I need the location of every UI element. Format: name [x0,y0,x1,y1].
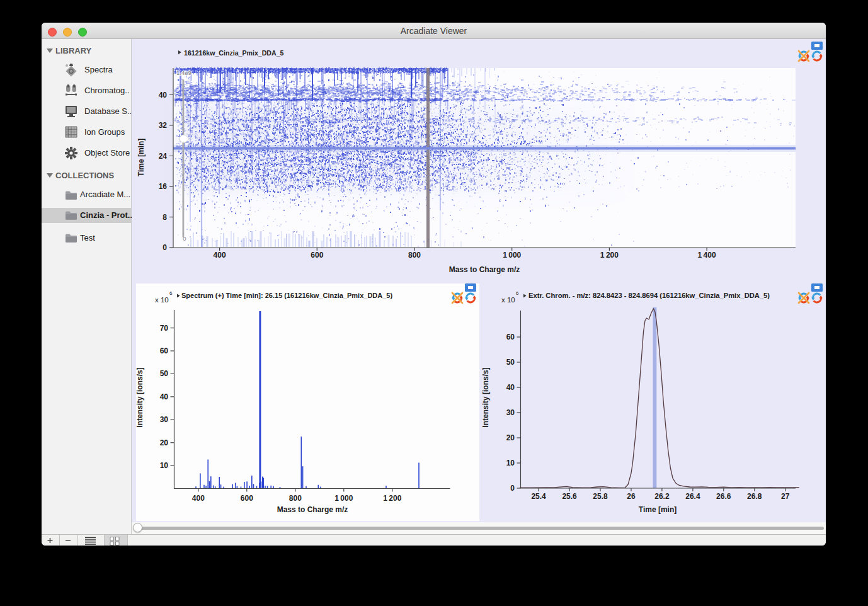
svg-text:26.2: 26.2 [654,492,670,501]
svg-text:26: 26 [627,492,636,501]
svg-text:0: 0 [510,484,515,493]
svg-text:25.6: 25.6 [562,492,577,501]
svg-text:25.8: 25.8 [593,492,608,501]
svg-text:60: 60 [506,333,515,341]
svg-text:10: 10 [506,459,515,467]
svg-text:26.6: 26.6 [716,492,731,501]
svg-text:Time [min]: Time [min] [639,505,677,514]
svg-text:400: 400 [214,251,226,260]
svg-text:Intensity [ions/s]: Intensity [ions/s] [135,367,144,427]
svg-text:Mass to Charge m/z: Mass to Charge m/z [277,505,348,514]
svg-text:1 000: 1 000 [503,251,521,260]
svg-text:20: 20 [506,433,515,442]
svg-text:1 000: 1 000 [334,494,353,503]
svg-text:600: 600 [311,251,323,260]
svg-text:16: 16 [159,182,168,191]
svg-text:40: 40 [506,383,515,392]
svg-text:30: 30 [506,408,515,417]
svg-text:50: 50 [160,369,169,378]
svg-text:0: 0 [163,243,167,252]
svg-text:50: 50 [506,358,515,367]
svg-text:32: 32 [159,121,168,130]
svg-text:x 10: x 10 [501,296,515,304]
svg-text:1 200: 1 200 [600,251,619,260]
svg-text:60: 60 [160,346,169,355]
svg-text:Extr. Chrom. - m/z: 824.8423 -: Extr. Chrom. - m/z: 824.8423 - 824.8694 … [528,292,770,299]
svg-text:26.8: 26.8 [747,492,762,501]
svg-text:800: 800 [408,251,421,260]
svg-text:1 400: 1 400 [698,251,716,260]
svg-text:0: 0 [183,235,186,242]
svg-text:x 10: x 10 [155,296,169,304]
svg-text:20: 20 [160,438,169,447]
svg-text:30: 30 [160,415,169,424]
svg-text:Intensity [ions/s]: Intensity [ions/s] [481,367,490,427]
svg-text:600: 600 [241,494,253,503]
svg-text:70: 70 [160,324,169,333]
svg-text:25.4: 25.4 [531,492,546,501]
svg-text:6: 6 [516,290,519,296]
svg-text:400: 400 [192,494,205,503]
svg-text:40: 40 [160,392,169,401]
svg-text:26.4: 26.4 [685,492,700,501]
svg-text:1.4e9: 1.4e9 [176,69,191,76]
svg-text:10: 10 [160,461,169,470]
svg-text:800: 800 [289,494,302,503]
svg-text:24: 24 [159,152,168,161]
svg-text:8: 8 [163,213,167,222]
svg-text:Spectrum (+) Time [min]: 26.15: Spectrum (+) Time [min]: 26.15 (161216kw… [181,292,392,299]
svg-text:Time [min]: Time [min] [137,139,146,176]
svg-text:6: 6 [169,290,173,296]
svg-text:1 200: 1 200 [383,494,401,503]
svg-text:40: 40 [159,91,168,100]
svg-text:161216kw_Cinzia_Pmix_DDA_5: 161216kw_Cinzia_Pmix_DDA_5 [184,49,284,57]
svg-text:27: 27 [781,492,790,501]
svg-text:Mass to Charge m/z: Mass to Charge m/z [449,265,520,274]
